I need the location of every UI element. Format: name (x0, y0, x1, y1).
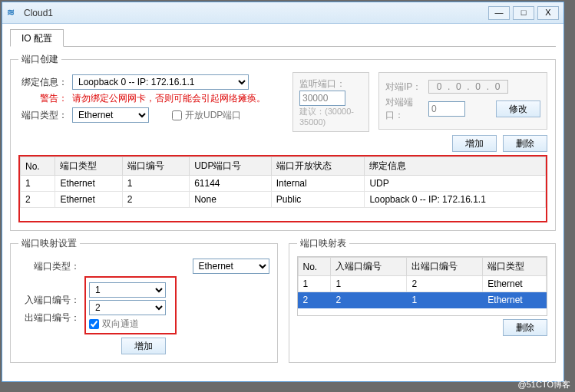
port-create-legend: 端口创建 (18, 53, 61, 66)
tab-io-config[interactable]: IO 配置 (10, 29, 64, 47)
map-table[interactable]: No. 入端口编号 出端口编号 端口类型 112Ethernet 221Ethe… (298, 257, 547, 308)
map-table-group: 端口映射表 No. 入端口编号 出端口编号 端口类型 112Ethernet (289, 237, 557, 363)
app-icon: ≋ (7, 7, 19, 19)
bidir-input[interactable] (89, 319, 99, 329)
delete-port-button[interactable]: 删除 (503, 135, 547, 152)
port-create-group: 端口创建 绑定信息： Loopback 0 -- IP: 172.16.1.1 … (10, 53, 556, 231)
col-udp: UDP端口号 (190, 157, 272, 176)
peer-port-input[interactable] (428, 101, 465, 117)
bind-info-label: 绑定信息： (18, 76, 68, 89)
port-type-select[interactable]: Ethernet (72, 107, 149, 123)
peer-ip-label: 对端IP： (385, 81, 428, 94)
bidir-checkbox[interactable]: 双向通道 (89, 318, 172, 331)
out-port-label: 出端口编号： (18, 311, 80, 324)
col-ptype: 端口类型 (55, 157, 122, 176)
peer-port-label: 对端端口： (385, 96, 428, 122)
table-row[interactable]: 221Ethernet (298, 292, 547, 308)
col-no: No. (21, 157, 55, 176)
map-type-label: 端口类型： (18, 260, 80, 273)
port-table[interactable]: No. 端口类型 端口编号 UDP端口号 端口开放状态 绑定信息 1Ethern… (20, 156, 546, 208)
bind-info-select[interactable]: Loopback 0 -- IP: 172.16.1.1 (72, 74, 249, 90)
listen-port-input[interactable] (299, 91, 345, 106)
listen-label: 监听端口： (299, 77, 362, 91)
open-udp-checkbox[interactable]: 开放UDP端口 (172, 109, 241, 122)
warn-text: 请勿绑定公网网卡，否则可能会引起网络瘫痪。 (72, 92, 266, 105)
peer-ip-input[interactable]: 0.0.0.0 (428, 80, 508, 94)
tab-bar: IO 配置 (10, 28, 556, 47)
in-port-select[interactable]: 1 (89, 282, 166, 298)
col-pno: 端口编号 (122, 157, 189, 176)
mcol-no: No. (298, 258, 331, 276)
in-port-label: 入端口编号： (18, 294, 80, 307)
add-map-button[interactable]: 增加 (121, 338, 166, 354)
modify-button[interactable]: 修改 (496, 100, 540, 117)
map-table-legend: 端口映射表 (297, 237, 349, 250)
map-type-select[interactable]: Ethernet (193, 259, 269, 274)
port-table-highlight: No. 端口类型 端口编号 UDP端口号 端口开放状态 绑定信息 1Ethern… (18, 155, 547, 222)
watermark: @51CTO博客 (518, 379, 570, 390)
map-settings-legend: 端口映射设置 (18, 237, 80, 250)
window: ≋ Cloud1 — □ X IO 配置 端口创建 绑定信息： Loopback… (2, 2, 564, 382)
mcol-ptype: 端口类型 (483, 258, 547, 276)
maximize-button[interactable]: □ (513, 6, 534, 20)
add-port-button[interactable]: 增加 (452, 135, 497, 152)
minimize-button[interactable]: — (488, 6, 510, 20)
table-row[interactable]: 2Ethernet2NonePublicLoopback 0 -- IP: 17… (21, 192, 546, 208)
window-title: Cloud1 (24, 8, 485, 18)
titlebar: ≋ Cloud1 — □ X (2, 2, 563, 24)
open-udp-input[interactable] (172, 110, 182, 120)
col-bind: 绑定信息 (365, 157, 546, 176)
map-settings-group: 端口映射设置 端口类型： Ethernet 1 2 (10, 237, 278, 363)
mcol-out: 出端口编号 (407, 258, 483, 276)
close-button[interactable]: X (537, 6, 559, 20)
out-port-select[interactable]: 2 (89, 300, 166, 315)
delete-map-button[interactable]: 删除 (503, 319, 547, 336)
table-row[interactable]: 1Ethernet161144InternalUDP (21, 176, 546, 192)
mcol-in: 入端口编号 (331, 258, 407, 276)
listen-group: 监听端口： 建议：(30000-35000) (292, 72, 369, 132)
peer-group: 对端IP： 0.0.0.0 对端端口： 修改 (378, 72, 547, 130)
listen-hint: 建议：(30000-35000) (299, 106, 362, 127)
table-row[interactable]: 112Ethernet (298, 276, 547, 292)
col-open: 端口开放状态 (271, 157, 365, 176)
port-type-label: 端口类型： (18, 109, 68, 122)
warn-label: 警告： (18, 92, 68, 105)
map-inputs-highlight: 1 2 双向通道 (84, 276, 177, 334)
